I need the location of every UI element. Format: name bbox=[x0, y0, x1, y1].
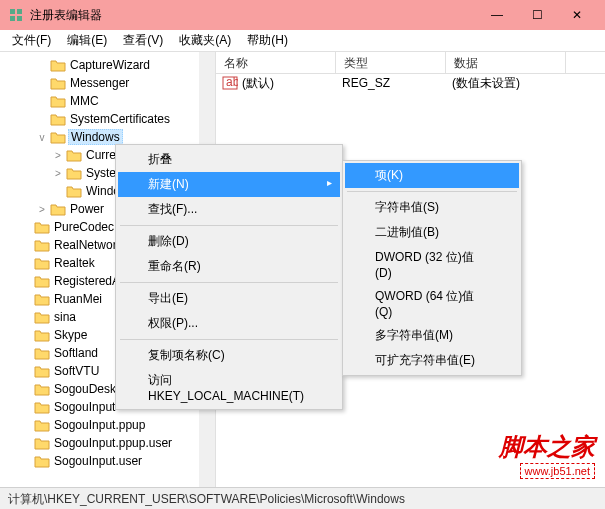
submenu-item[interactable]: 可扩充字符串值(E) bbox=[345, 348, 519, 373]
tree-item-label: MMC bbox=[68, 94, 101, 108]
close-button[interactable]: ✕ bbox=[557, 0, 597, 30]
tree-item-label: Realtek bbox=[52, 256, 97, 270]
col-data[interactable]: 数据 bbox=[446, 52, 566, 73]
tree-item[interactable]: MMC bbox=[0, 92, 215, 110]
context-menu-item[interactable]: 折叠 bbox=[118, 147, 340, 172]
app-icon bbox=[8, 7, 24, 23]
row-data: (数值未设置) bbox=[452, 75, 520, 92]
folder-icon bbox=[34, 400, 50, 414]
menu-help[interactable]: 帮助(H) bbox=[239, 30, 296, 51]
submenu-new: 项(K)字符串值(S)二进制值(B)DWORD (32 位)值(D)QWORD … bbox=[342, 160, 522, 376]
tree-item-label: CaptureWizard bbox=[68, 58, 152, 72]
minimize-button[interactable]: — bbox=[477, 0, 517, 30]
maximize-button[interactable]: ☐ bbox=[517, 0, 557, 30]
tree-item-label: SystemCertificates bbox=[68, 112, 172, 126]
svg-rect-1 bbox=[17, 9, 22, 14]
submenu-arrow-icon: ▸ bbox=[327, 177, 332, 188]
context-menu-item[interactable]: 复制项名称(C) bbox=[118, 343, 340, 368]
folder-icon bbox=[66, 184, 82, 198]
folder-icon bbox=[34, 292, 50, 306]
window-title: 注册表编辑器 bbox=[30, 7, 477, 24]
svg-rect-2 bbox=[10, 16, 15, 21]
folder-icon bbox=[34, 220, 50, 234]
tree-item-label: SogouInput bbox=[52, 400, 117, 414]
folder-icon bbox=[34, 328, 50, 342]
tree-item-label: sina bbox=[52, 310, 78, 324]
col-type[interactable]: 类型 bbox=[336, 52, 446, 73]
submenu-item[interactable]: 多字符串值(M) bbox=[345, 323, 519, 348]
menu-separator bbox=[120, 282, 338, 283]
folder-icon bbox=[66, 148, 82, 162]
col-name[interactable]: 名称 bbox=[216, 52, 336, 73]
context-menu-item[interactable]: 导出(E) bbox=[118, 286, 340, 311]
menu-file[interactable]: 文件(F) bbox=[4, 30, 59, 51]
svg-rect-3 bbox=[17, 16, 22, 21]
list-header[interactable]: 名称 类型 数据 bbox=[216, 52, 605, 74]
tree-item-label: Power bbox=[68, 202, 106, 216]
context-menu-item[interactable]: 新建(N)▸ bbox=[118, 172, 340, 197]
folder-icon bbox=[34, 310, 50, 324]
tree-item-label: Skype bbox=[52, 328, 89, 342]
folder-icon bbox=[34, 436, 50, 450]
tree-item-label: SogouInput.user bbox=[52, 454, 144, 468]
string-value-icon: ab bbox=[222, 76, 238, 90]
context-menu-item[interactable]: 访问 HKEY_LOCAL_MACHINE(T) bbox=[118, 368, 340, 407]
context-menu-item[interactable]: 权限(P)... bbox=[118, 311, 340, 336]
statusbar: 计算机\HKEY_CURRENT_USER\SOFTWARE\Policies\… bbox=[0, 487, 605, 509]
folder-icon bbox=[50, 58, 66, 72]
tree-item-label: Messenger bbox=[68, 76, 131, 90]
menu-favorites[interactable]: 收藏夹(A) bbox=[171, 30, 239, 51]
folder-icon bbox=[34, 346, 50, 360]
list-row[interactable]: ab (默认) REG_SZ (数值未设置) bbox=[216, 74, 605, 92]
folder-icon bbox=[34, 256, 50, 270]
tree-item[interactable]: SogouInput.ppup.user bbox=[0, 434, 215, 452]
tree-item-label: Softland bbox=[52, 346, 100, 360]
watermark: 脚本之家 www.jb51.net bbox=[499, 431, 595, 479]
svg-rect-0 bbox=[10, 9, 15, 14]
folder-icon bbox=[50, 130, 66, 144]
menu-view[interactable]: 查看(V) bbox=[115, 30, 171, 51]
folder-icon bbox=[50, 94, 66, 108]
expander-icon[interactable]: > bbox=[52, 150, 64, 161]
tree-item-label: SogouInput.ppup.user bbox=[52, 436, 174, 450]
row-type: REG_SZ bbox=[342, 76, 452, 90]
submenu-item[interactable]: 二进制值(B) bbox=[345, 220, 519, 245]
expander-icon[interactable]: > bbox=[52, 168, 64, 179]
menu-separator bbox=[120, 339, 338, 340]
folder-icon bbox=[34, 274, 50, 288]
watermark-url: www.jb51.net bbox=[520, 463, 595, 479]
tree-item[interactable]: SogouInput.user bbox=[0, 452, 215, 470]
folder-icon bbox=[66, 166, 82, 180]
submenu-item[interactable]: QWORD (64 位)值(Q) bbox=[345, 284, 519, 323]
svg-text:ab: ab bbox=[226, 76, 238, 89]
tree-item-label: Windows bbox=[68, 129, 123, 145]
menu-edit[interactable]: 编辑(E) bbox=[59, 30, 115, 51]
tree-item-label: PureCodec bbox=[52, 220, 116, 234]
submenu-item[interactable]: 字符串值(S) bbox=[345, 195, 519, 220]
folder-icon bbox=[50, 76, 66, 90]
menu-separator bbox=[347, 191, 517, 192]
tree-item-label: Curre bbox=[84, 148, 118, 162]
context-menu-item[interactable]: 查找(F)... bbox=[118, 197, 340, 222]
titlebar: 注册表编辑器 — ☐ ✕ bbox=[0, 0, 605, 30]
tree-item[interactable]: Messenger bbox=[0, 74, 215, 92]
tree-item[interactable]: SystemCertificates bbox=[0, 110, 215, 128]
submenu-item[interactable]: 项(K) bbox=[345, 163, 519, 188]
context-menu-item[interactable]: 重命名(R) bbox=[118, 254, 340, 279]
context-menu-item[interactable]: 删除(D) bbox=[118, 229, 340, 254]
tree-item-label: SogouInput.ppup bbox=[52, 418, 147, 432]
watermark-text: 脚本之家 bbox=[499, 431, 595, 463]
folder-icon bbox=[50, 202, 66, 216]
folder-icon bbox=[50, 112, 66, 126]
tree-item[interactable]: CaptureWizard bbox=[0, 56, 215, 74]
tree-item-label: SoftVTU bbox=[52, 364, 101, 378]
submenu-item[interactable]: DWORD (32 位)值(D) bbox=[345, 245, 519, 284]
folder-icon bbox=[34, 382, 50, 396]
expander-icon[interactable]: > bbox=[36, 204, 48, 215]
row-name: (默认) bbox=[242, 75, 342, 92]
tree-item[interactable]: SogouInput.ppup bbox=[0, 416, 215, 434]
menu-separator bbox=[120, 225, 338, 226]
expander-icon[interactable]: v bbox=[36, 132, 48, 143]
folder-icon bbox=[34, 238, 50, 252]
menubar: 文件(F) 编辑(E) 查看(V) 收藏夹(A) 帮助(H) bbox=[0, 30, 605, 52]
